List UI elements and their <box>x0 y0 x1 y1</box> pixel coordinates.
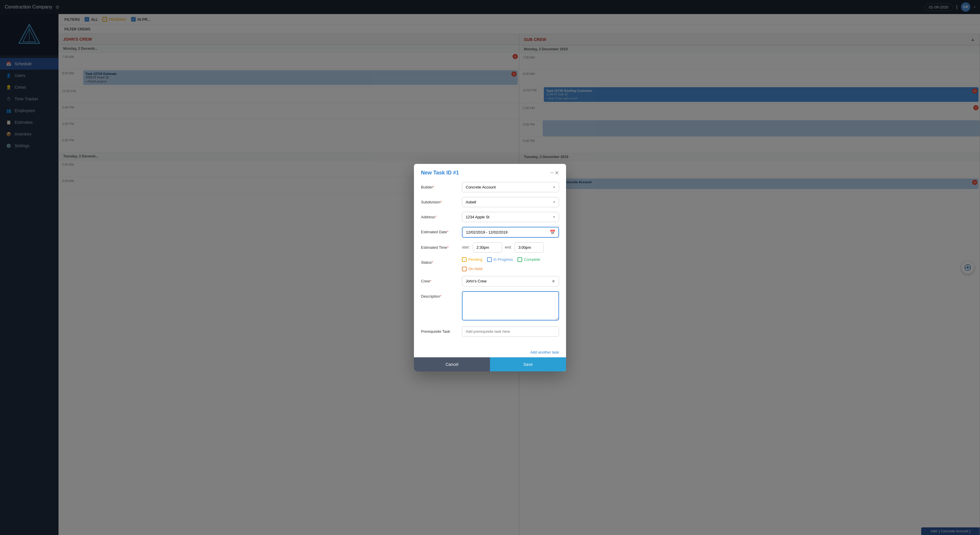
subdivision-select-wrapper: Asbell <box>462 197 559 207</box>
status-onhold[interactable]: On Hold <box>462 267 482 271</box>
prerequisite-label: Prerequisite Task <box>421 326 462 334</box>
status-cb-pending[interactable] <box>462 257 466 262</box>
prerequisite-wrapper <box>462 326 559 337</box>
modal-minimize-button[interactable]: − <box>550 170 554 176</box>
subdivision-label: Subdivision* <box>421 197 462 204</box>
estimated-time-row: Estimated Time* start: end: <box>421 242 559 253</box>
end-time-input[interactable] <box>515 242 544 253</box>
prerequisite-row: Prerequisite Task <box>421 326 559 337</box>
status-pending[interactable]: Pending <box>462 257 482 262</box>
required-mark: * <box>435 215 436 219</box>
required-mark: * <box>440 294 441 299</box>
modal-footer-link: Add another task <box>414 347 566 357</box>
builder-label: Builder* <box>421 182 462 189</box>
description-row: Description* <box>421 291 559 322</box>
modal-body: Builder* Concrete Account Subdivision* <box>414 180 566 347</box>
prerequisite-input[interactable] <box>462 326 559 337</box>
modal-header: New Task ID #1 − ✕ <box>414 164 566 180</box>
calendar-icon[interactable]: 📅 <box>550 229 555 235</box>
add-another-link[interactable]: Add another task <box>530 350 559 354</box>
estimated-date-row: Estimated Date* 📅 <box>421 227 559 238</box>
status-inprogress-label: In Progress <box>493 257 513 262</box>
address-select[interactable]: 1234 Apple St <box>462 212 559 222</box>
start-time-input[interactable] <box>473 242 502 253</box>
time-row: start: end: <box>462 242 559 253</box>
description-label: Description* <box>421 291 462 299</box>
end-label: end: <box>505 245 512 249</box>
description-wrapper <box>462 291 559 322</box>
status-pending-label: Pending <box>468 257 482 262</box>
builder-row: Builder* Concrete Account <box>421 182 559 192</box>
required-mark: * <box>447 245 449 250</box>
modal-close-button[interactable]: ✕ <box>555 170 559 176</box>
cancel-button[interactable]: Cancel <box>414 357 490 371</box>
status-onhold-label: On Hold <box>468 267 482 271</box>
modal-overlay[interactable]: New Task ID #1 − ✕ Builder* Concrete Acc… <box>0 0 980 535</box>
address-select-wrapper: 1234 Apple St <box>462 212 559 222</box>
modal-title: New Task ID #1 <box>421 170 459 176</box>
date-input-wrapper: 📅 <box>462 227 559 238</box>
crew-label: Crew* <box>421 276 462 283</box>
time-inputs: start: end: <box>462 242 559 253</box>
status-complete[interactable]: Complete <box>517 257 540 262</box>
required-mark: * <box>430 279 431 283</box>
required-mark: * <box>447 230 449 234</box>
crew-tag: John's Crew ✕ <box>462 276 559 287</box>
status-complete-label: Complete <box>524 257 540 262</box>
status-row-options: Pending In Progress Complete <box>462 257 559 271</box>
address-row: Address* 1234 Apple St <box>421 212 559 222</box>
modal: New Task ID #1 − ✕ Builder* Concrete Acc… <box>414 164 566 371</box>
estimated-date-input[interactable] <box>462 227 559 238</box>
save-button[interactable]: Save <box>490 357 566 371</box>
status-cb-complete[interactable] <box>517 257 522 262</box>
required-mark: * <box>432 260 433 264</box>
status-cb-onhold[interactable] <box>462 267 466 271</box>
estimated-date-label: Estimated Date* <box>421 227 462 234</box>
status-inprogress[interactable]: In Progress <box>487 257 513 262</box>
status-cb-inprogress[interactable] <box>487 257 492 262</box>
description-textarea[interactable] <box>462 291 559 320</box>
status-label: Status* <box>421 257 462 264</box>
status-row: Status* Pending In Progress <box>421 257 559 271</box>
crew-row: Crew* John's Crew ✕ <box>421 276 559 287</box>
builder-select-wrapper: Concrete Account <box>462 182 559 192</box>
required-mark: * <box>441 200 442 204</box>
subdivision-select[interactable]: Asbell <box>462 197 559 207</box>
start-label: start: <box>462 245 470 249</box>
address-label: Address* <box>421 212 462 219</box>
builder-select[interactable]: Concrete Account <box>462 182 559 192</box>
modal-actions: Cancel Save <box>414 357 566 371</box>
estimated-time-label: Estimated Time* <box>421 242 462 250</box>
crew-select-wrapper: John's Crew ✕ <box>462 276 559 287</box>
subdivision-row: Subdivision* Asbell <box>421 197 559 207</box>
status-options: Pending In Progress Complete <box>462 257 559 271</box>
crew-tag-value: John's Crew <box>466 279 487 283</box>
crew-tag-remove[interactable]: ✕ <box>552 279 555 283</box>
required-mark: * <box>433 185 434 189</box>
